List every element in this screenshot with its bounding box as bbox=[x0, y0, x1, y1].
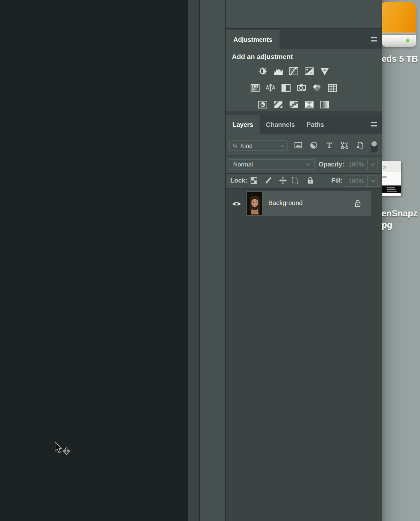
toggle-knob bbox=[371, 141, 377, 147]
thumb-logo-circle bbox=[383, 166, 386, 169]
blend-opacity-row: Normal Opacity: 100% bbox=[226, 156, 382, 173]
selected-layer-highlight[interactable] bbox=[246, 191, 371, 216]
opacity-label: Opacity: bbox=[317, 161, 344, 168]
lock-position-icon[interactable] bbox=[279, 176, 287, 185]
vibrance-icon[interactable] bbox=[319, 66, 330, 77]
layer-thumbnail[interactable] bbox=[247, 192, 262, 215]
thumb-footer-band: Support bbox=[382, 185, 401, 193]
drive-label: eds 5 TB bbox=[382, 54, 418, 64]
lock-transparent-pixels-icon[interactable] bbox=[250, 176, 258, 185]
color-lookup-icon[interactable] bbox=[327, 82, 338, 93]
lock-label: Lock: bbox=[230, 177, 247, 184]
blend-mode-dropdown[interactable]: Normal bbox=[229, 159, 315, 170]
posterize-icon[interactable] bbox=[273, 99, 284, 110]
upper-panel-remainder bbox=[226, 0, 382, 29]
drive-rim bbox=[382, 33, 416, 35]
chevron-down-icon bbox=[371, 163, 375, 166]
smart-object-filter-icon[interactable] bbox=[355, 141, 364, 150]
invert-icon[interactable] bbox=[257, 99, 268, 110]
layer-visibility-toggle[interactable] bbox=[226, 191, 245, 216]
blend-mode-value: Normal bbox=[233, 161, 306, 168]
drive-led-light bbox=[406, 39, 409, 42]
eye-icon bbox=[232, 201, 242, 207]
dock-strip-inner bbox=[200, 0, 225, 521]
tab-channels-label: Channels bbox=[266, 121, 295, 128]
adjustments-tab-bar: Adjustments bbox=[226, 30, 382, 49]
exposure-icon[interactable] bbox=[304, 66, 315, 77]
layer-name: Background bbox=[268, 199, 303, 207]
shape-layer-filter-icon[interactable] bbox=[340, 141, 349, 150]
tab-adjustments[interactable]: Adjustments bbox=[226, 30, 280, 49]
tab-adjustments-label: Adjustments bbox=[233, 36, 272, 43]
document-canvas-area[interactable] bbox=[0, 0, 188, 521]
thumb-partial-text: one bbox=[382, 175, 387, 178]
chevron-down-icon bbox=[371, 180, 375, 183]
thumb-footer-title: Support bbox=[387, 187, 395, 189]
add-adjustment-title: Add an adjustment bbox=[232, 53, 293, 61]
photo-filter-icon[interactable] bbox=[296, 82, 307, 93]
file-label-line2: pg bbox=[382, 220, 392, 230]
thumb-footer-line bbox=[387, 189, 396, 190]
lock-all-icon[interactable] bbox=[306, 176, 315, 185]
layer-filter-row: Kind bbox=[226, 134, 382, 156]
fill-field[interactable]: 100% bbox=[345, 175, 378, 187]
kind-filter-dropdown[interactable]: Kind bbox=[229, 140, 288, 151]
levels-icon[interactable] bbox=[273, 66, 284, 77]
layers-options: Kind bbox=[226, 134, 382, 188]
external-drive-icon[interactable] bbox=[382, 2, 416, 47]
layer-locked-badge-icon bbox=[354, 199, 361, 208]
brightness-contrast-icon[interactable] bbox=[257, 66, 268, 77]
threshold-icon[interactable] bbox=[288, 99, 299, 110]
adjustments-panel-menu-icon[interactable] bbox=[371, 37, 377, 43]
opacity-value: 100% bbox=[345, 159, 367, 170]
pixel-layer-filter-icon[interactable] bbox=[294, 141, 303, 150]
layers-panel-menu-icon[interactable] bbox=[371, 122, 377, 128]
drive-front-face bbox=[382, 35, 416, 47]
opacity-field[interactable]: 100% bbox=[345, 159, 378, 170]
panel-dock: Adjustments Add an adjustment bbox=[226, 0, 382, 521]
photoshop-workspace: Adjustments Add an adjustment bbox=[0, 0, 420, 521]
lock-image-pixels-icon[interactable] bbox=[264, 176, 272, 185]
layer-row-background: Background bbox=[226, 191, 382, 216]
chevron-down-icon bbox=[280, 145, 284, 147]
screenshot-file-icon[interactable]: one Support bbox=[382, 161, 401, 196]
hue-saturation-icon[interactable] bbox=[250, 82, 261, 93]
portrait-photo bbox=[248, 193, 262, 215]
type-layer-filter-icon[interactable] bbox=[325, 141, 334, 150]
chevron-down-icon bbox=[306, 163, 310, 166]
desktop-background[interactable]: eds 5 TB one Support enSnapz pg bbox=[382, 0, 420, 521]
gradient-map-icon[interactable] bbox=[304, 99, 315, 110]
kind-filter-label: Kind bbox=[240, 142, 280, 149]
fill-value: 100% bbox=[345, 176, 367, 186]
file-label-line1: enSnapz bbox=[382, 209, 417, 219]
layers-list[interactable]: Background bbox=[226, 188, 382, 521]
adjustment-layer-filter-icon[interactable] bbox=[309, 141, 318, 150]
lock-artboard-icon[interactable] bbox=[291, 176, 300, 185]
channel-mixer-icon[interactable] bbox=[311, 82, 322, 93]
layers-tab-bar: Layers Channels Paths bbox=[226, 115, 382, 134]
curves-icon[interactable] bbox=[288, 66, 299, 77]
black-and-white-icon[interactable] bbox=[281, 82, 291, 93]
fill-label: Fill: bbox=[323, 177, 343, 184]
opacity-dropdown-button[interactable] bbox=[367, 159, 377, 170]
tab-paths-label: Paths bbox=[307, 121, 324, 128]
thumb-footer-line bbox=[387, 191, 397, 192]
tab-paths[interactable]: Paths bbox=[301, 115, 330, 134]
dock-strip-outer bbox=[188, 0, 199, 521]
color-balance-icon[interactable] bbox=[265, 82, 276, 93]
lock-fill-row: Lock: bbox=[226, 174, 382, 188]
tab-layers[interactable]: Layers bbox=[226, 115, 260, 134]
fill-dropdown-button[interactable] bbox=[367, 176, 377, 186]
tab-layers-label: Layers bbox=[233, 121, 253, 128]
adjustment-icon-grid bbox=[226, 63, 361, 113]
adjustments-panel-body: Add an adjustment bbox=[226, 49, 382, 111]
drive-orange-top bbox=[382, 2, 416, 33]
search-icon bbox=[233, 143, 238, 148]
tab-channels[interactable]: Channels bbox=[260, 115, 301, 134]
layer-filtering-toggle[interactable] bbox=[371, 140, 377, 153]
selective-color-icon[interactable] bbox=[319, 99, 330, 110]
